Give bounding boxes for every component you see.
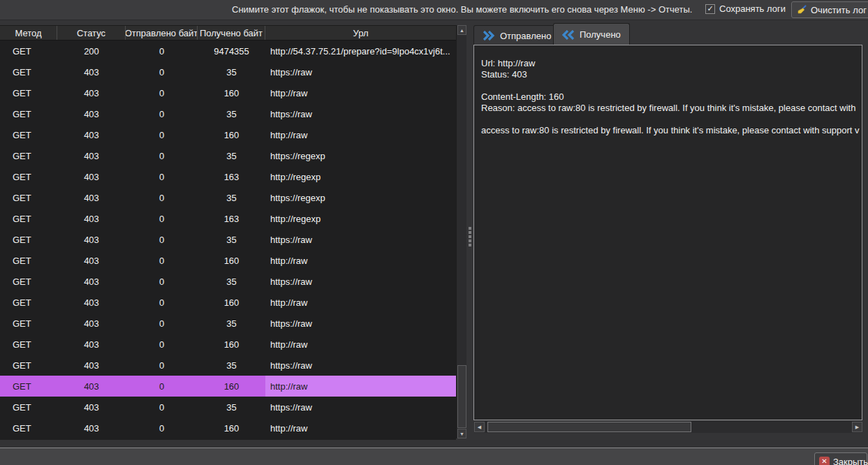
table-cell: https://raw <box>265 229 456 250</box>
save-logs-label: Сохранять логи <box>719 3 786 14</box>
clear-log-button[interactable]: Очистить лог <box>791 1 868 18</box>
table-cell: 0 <box>126 124 198 145</box>
col-header-sent-bytes[interactable]: Отправлено байт <box>126 26 198 40</box>
table-cell: 0 <box>126 355 198 376</box>
table-cell: https://regexp <box>265 145 456 166</box>
vertical-scrollbar-thumb[interactable] <box>457 365 466 428</box>
tab-sent-label: Отправлено <box>500 31 551 41</box>
table-cell: GET <box>0 250 57 271</box>
close-x-icon: ✕ <box>819 457 830 465</box>
request-table: Метод Статус Отправлено байт Получено ба… <box>0 25 456 440</box>
table-cell: GET <box>0 397 57 418</box>
tab-received-label: Получено <box>580 29 621 40</box>
bottom-bar <box>0 448 868 465</box>
col-header-status[interactable]: Статус <box>57 26 126 40</box>
table-cell: 403 <box>57 355 126 376</box>
table-cell: 0 <box>126 271 198 292</box>
table-row[interactable]: GET403035https://raw <box>0 271 456 292</box>
table-cell: 403 <box>57 292 126 313</box>
table-cell: http://raw <box>265 82 456 103</box>
table-row[interactable]: GET4030160http://raw <box>0 250 456 271</box>
table-row[interactable]: GET403035https://raw <box>0 229 456 250</box>
table-row[interactable]: GET403035https://regexp <box>0 145 456 166</box>
clear-log-label: Очистить лог <box>811 5 867 15</box>
scroll-left-icon[interactable]: ◀ <box>474 422 485 432</box>
scroll-up-icon[interactable]: ▲ <box>457 25 466 35</box>
table-cell: http://raw <box>265 376 456 397</box>
table-row[interactable]: GET403035https://regexp <box>0 187 456 208</box>
table-cell: 403 <box>57 313 126 334</box>
table-cell: 0 <box>126 82 198 103</box>
table-cell: GET <box>0 166 57 187</box>
bottom-strip <box>0 440 868 448</box>
response-viewer[interactable]: Url: http://raw Status: 403 Content-Leng… <box>473 45 862 420</box>
col-header-method[interactable]: Метод <box>0 26 57 40</box>
table-cell: 0 <box>126 229 198 250</box>
table-cell: 403 <box>57 61 126 82</box>
checkbox-check-icon[interactable]: ✓ <box>705 4 715 14</box>
table-row[interactable]: GET4030160http://raw <box>0 292 456 313</box>
table-cell: 403 <box>57 229 126 250</box>
table-cell: 35 <box>198 355 265 376</box>
table-row[interactable]: GET4030163http://regexp <box>0 208 456 229</box>
scroll-down-icon[interactable]: ▼ <box>457 429 466 438</box>
table-cell: 9474355 <box>198 40 265 61</box>
response-horizontal-scrollbar[interactable]: ◀ ▶ <box>474 421 862 433</box>
table-cell: 403 <box>57 103 126 124</box>
table-row[interactable]: GET4030160http://raw <box>0 418 456 438</box>
table-cell: 0 <box>126 40 198 61</box>
table-row[interactable]: GET4030160http://raw <box>0 82 456 103</box>
table-cell: 160 <box>198 376 265 397</box>
table-row[interactable]: GET403035https://raw <box>0 103 456 124</box>
scroll-right-icon[interactable]: ▶ <box>852 422 862 432</box>
table-cell: 0 <box>126 166 198 187</box>
table-row[interactable]: GET403035https://raw <box>0 355 456 376</box>
table-row[interactable]: GET20009474355http://54.37.75.21/prepare… <box>0 40 456 61</box>
table-cell: 160 <box>198 250 265 271</box>
table-cell: GET <box>0 292 57 313</box>
save-logs-checkbox[interactable]: ✓ Сохранять логи <box>705 3 786 14</box>
table-row[interactable]: GET403035https://raw <box>0 61 456 82</box>
col-header-received-bytes[interactable]: Получено байт <box>198 26 265 40</box>
table-cell: 35 <box>198 271 265 292</box>
col-header-url[interactable]: Урл <box>265 26 456 40</box>
table-vertical-scrollbar[interactable]: ▲ ▼ <box>456 25 466 438</box>
table-cell: 403 <box>57 145 126 166</box>
received-chevrons-icon <box>562 30 575 40</box>
splitter-grip-icon <box>469 227 471 246</box>
table-row[interactable]: GET403035https://raw <box>0 313 456 334</box>
table-cell: 160 <box>198 334 265 355</box>
table-cell: 0 <box>126 397 198 418</box>
table-row[interactable]: GET4030160http://raw <box>0 124 456 145</box>
table-row[interactable]: GET403035https://raw <box>0 397 456 418</box>
table-cell: http://regexp <box>265 208 456 229</box>
table-row[interactable]: GET4030160http://raw <box>0 376 456 397</box>
table-cell: 403 <box>57 124 126 145</box>
table-cell: https://raw <box>265 271 456 292</box>
table-cell: 403 <box>57 397 126 418</box>
panel-splitter[interactable] <box>466 21 473 440</box>
table-cell: 160 <box>198 292 265 313</box>
table-cell: GET <box>0 229 57 250</box>
table-cell: 403 <box>57 250 126 271</box>
table-cell: https://regexp <box>265 187 456 208</box>
table-cell: http://raw <box>265 334 456 355</box>
table-cell: http://raw <box>265 250 456 271</box>
table-cell: http://raw <box>265 292 456 313</box>
table-cell: 403 <box>57 418 126 438</box>
table-row[interactable]: GET4030163http://regexp <box>0 166 456 187</box>
tab-sent[interactable]: Отправлено <box>473 25 560 45</box>
horizontal-scrollbar-thumb[interactable] <box>487 422 691 432</box>
table-row[interactable]: GET4030160http://raw <box>0 334 456 355</box>
table-cell: https://raw <box>265 103 456 124</box>
table-cell: 160 <box>198 82 265 103</box>
table-cell: 163 <box>198 166 265 187</box>
table-cell: 0 <box>126 145 198 166</box>
table-cell: 160 <box>198 418 265 438</box>
table-cell: 403 <box>57 187 126 208</box>
table-cell: https://raw <box>265 61 456 82</box>
table-cell: 35 <box>198 103 265 124</box>
table-cell: 403 <box>57 334 126 355</box>
tab-received[interactable]: Получено <box>553 23 630 45</box>
close-button[interactable]: ✕ Закрыть <box>814 452 867 465</box>
